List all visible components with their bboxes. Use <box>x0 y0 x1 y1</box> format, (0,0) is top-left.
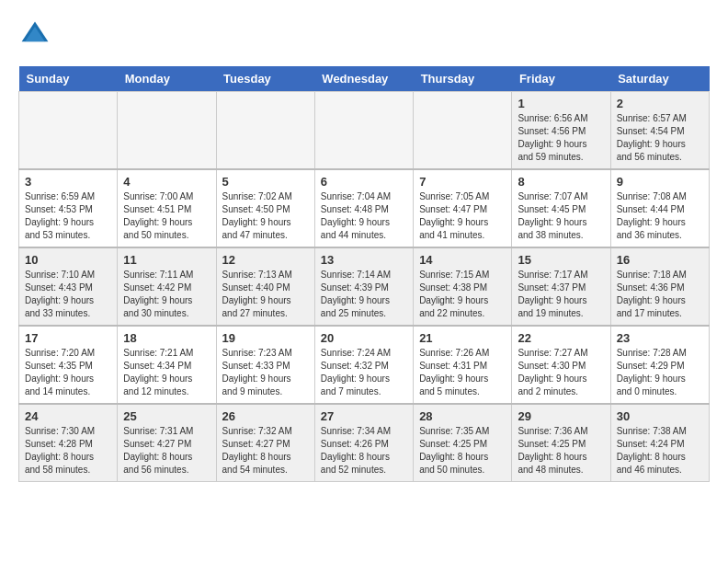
day-info: Sunrise: 6:56 AM Sunset: 4:56 PM Dayligh… <box>518 112 604 164</box>
calendar-cell: 27Sunrise: 7:34 AM Sunset: 4:26 PM Dayli… <box>314 404 413 482</box>
header-thursday: Thursday <box>414 66 512 92</box>
calendar-cell: 20Sunrise: 7:24 AM Sunset: 4:32 PM Dayli… <box>314 326 413 404</box>
calendar-cell: 26Sunrise: 7:32 AM Sunset: 4:27 PM Dayli… <box>216 404 314 482</box>
header-monday: Monday <box>118 66 216 92</box>
day-number: 8 <box>518 175 604 189</box>
day-number: 13 <box>321 253 407 267</box>
calendar-cell: 12Sunrise: 7:13 AM Sunset: 4:40 PM Dayli… <box>216 247 314 326</box>
calendar-cell: 4Sunrise: 7:00 AM Sunset: 4:51 PM Daylig… <box>118 169 216 247</box>
day-number: 9 <box>617 175 703 189</box>
day-number: 19 <box>222 331 309 345</box>
day-info: Sunrise: 7:28 AM Sunset: 4:29 PM Dayligh… <box>617 347 703 398</box>
day-info: Sunrise: 7:35 AM Sunset: 4:25 PM Dayligh… <box>419 425 506 477</box>
calendar-cell: 22Sunrise: 7:27 AM Sunset: 4:30 PM Dayli… <box>512 326 610 404</box>
week-row-1: 1Sunrise: 6:56 AM Sunset: 4:56 PM Daylig… <box>19 92 710 170</box>
calendar-cell: 30Sunrise: 7:38 AM Sunset: 4:24 PM Dayli… <box>610 404 709 482</box>
day-number: 22 <box>518 331 604 345</box>
day-number: 25 <box>123 409 210 423</box>
calendar-cell: 28Sunrise: 7:35 AM Sunset: 4:25 PM Dayli… <box>414 404 512 482</box>
day-number: 21 <box>419 331 506 345</box>
header-friday: Friday <box>512 66 610 92</box>
day-info: Sunrise: 7:38 AM Sunset: 4:24 PM Dayligh… <box>617 425 703 477</box>
calendar-cell: 2Sunrise: 6:57 AM Sunset: 4:54 PM Daylig… <box>610 92 709 170</box>
calendar-cell: 19Sunrise: 7:23 AM Sunset: 4:33 PM Dayli… <box>216 326 314 404</box>
calendar-cell: 29Sunrise: 7:36 AM Sunset: 4:25 PM Dayli… <box>512 404 610 482</box>
day-number: 6 <box>321 175 407 189</box>
day-number: 10 <box>25 253 111 267</box>
calendar-cell <box>314 92 413 170</box>
week-row-3: 10Sunrise: 7:10 AM Sunset: 4:43 PM Dayli… <box>19 247 710 326</box>
week-row-2: 3Sunrise: 6:59 AM Sunset: 4:53 PM Daylig… <box>19 169 710 247</box>
day-number: 1 <box>518 97 604 110</box>
day-info: Sunrise: 7:13 AM Sunset: 4:40 PM Dayligh… <box>222 269 309 320</box>
calendar-cell: 23Sunrise: 7:28 AM Sunset: 4:29 PM Dayli… <box>610 326 709 404</box>
day-info: Sunrise: 7:11 AM Sunset: 4:42 PM Dayligh… <box>123 269 210 320</box>
day-number: 7 <box>419 175 506 189</box>
day-info: Sunrise: 7:23 AM Sunset: 4:33 PM Dayligh… <box>222 347 309 398</box>
calendar-cell: 14Sunrise: 7:15 AM Sunset: 4:38 PM Dayli… <box>414 247 512 326</box>
calendar-cell: 11Sunrise: 7:11 AM Sunset: 4:42 PM Dayli… <box>118 247 216 326</box>
day-number: 24 <box>25 409 111 423</box>
day-number: 11 <box>123 253 210 267</box>
calendar-cell: 9Sunrise: 7:08 AM Sunset: 4:44 PM Daylig… <box>610 169 709 247</box>
day-info: Sunrise: 7:15 AM Sunset: 4:38 PM Dayligh… <box>419 269 506 320</box>
calendar-cell <box>19 92 118 170</box>
day-info: Sunrise: 7:24 AM Sunset: 4:32 PM Dayligh… <box>321 347 407 398</box>
day-info: Sunrise: 7:07 AM Sunset: 4:45 PM Dayligh… <box>518 190 604 242</box>
day-number: 27 <box>321 409 407 423</box>
day-number: 28 <box>419 409 506 423</box>
header-row: SundayMondayTuesdayWednesdayThursdayFrid… <box>19 66 710 92</box>
week-row-5: 24Sunrise: 7:30 AM Sunset: 4:28 PM Dayli… <box>19 404 710 482</box>
day-number: 23 <box>617 331 703 345</box>
day-info: Sunrise: 6:57 AM Sunset: 4:54 PM Dayligh… <box>617 112 703 164</box>
calendar-cell <box>414 92 512 170</box>
day-info: Sunrise: 7:17 AM Sunset: 4:37 PM Dayligh… <box>518 269 604 320</box>
week-row-4: 17Sunrise: 7:20 AM Sunset: 4:35 PM Dayli… <box>19 326 710 404</box>
day-number: 30 <box>617 409 703 423</box>
day-info: Sunrise: 7:05 AM Sunset: 4:47 PM Dayligh… <box>419 190 506 242</box>
day-info: Sunrise: 7:31 AM Sunset: 4:27 PM Dayligh… <box>123 425 210 477</box>
day-number: 2 <box>617 97 703 110</box>
day-info: Sunrise: 7:02 AM Sunset: 4:50 PM Dayligh… <box>222 190 309 242</box>
calendar-cell: 25Sunrise: 7:31 AM Sunset: 4:27 PM Dayli… <box>118 404 216 482</box>
calendar-cell: 16Sunrise: 7:18 AM Sunset: 4:36 PM Dayli… <box>610 247 709 326</box>
calendar-cell: 1Sunrise: 6:56 AM Sunset: 4:56 PM Daylig… <box>512 92 610 170</box>
day-number: 4 <box>123 175 210 189</box>
calendar-cell: 15Sunrise: 7:17 AM Sunset: 4:37 PM Dayli… <box>512 247 610 326</box>
calendar-cell <box>216 92 314 170</box>
day-number: 17 <box>25 331 111 345</box>
day-info: Sunrise: 7:36 AM Sunset: 4:25 PM Dayligh… <box>518 425 604 477</box>
header-sunday: Sunday <box>19 66 118 92</box>
header-saturday: Saturday <box>610 66 709 92</box>
day-number: 5 <box>222 175 309 189</box>
day-info: Sunrise: 7:20 AM Sunset: 4:35 PM Dayligh… <box>25 347 111 398</box>
day-number: 26 <box>222 409 309 423</box>
day-info: Sunrise: 7:14 AM Sunset: 4:39 PM Dayligh… <box>321 269 407 320</box>
day-info: Sunrise: 7:34 AM Sunset: 4:26 PM Dayligh… <box>321 425 407 477</box>
day-number: 18 <box>123 331 210 345</box>
day-info: Sunrise: 7:27 AM Sunset: 4:30 PM Dayligh… <box>518 347 604 398</box>
day-info: Sunrise: 7:08 AM Sunset: 4:44 PM Dayligh… <box>617 190 703 242</box>
logo-icon <box>18 18 51 52</box>
header-tuesday: Tuesday <box>216 66 314 92</box>
day-info: Sunrise: 7:04 AM Sunset: 4:48 PM Dayligh… <box>321 190 407 242</box>
calendar-cell: 8Sunrise: 7:07 AM Sunset: 4:45 PM Daylig… <box>512 169 610 247</box>
day-number: 15 <box>518 253 604 267</box>
day-number: 14 <box>419 253 506 267</box>
header <box>18 18 710 52</box>
calendar-table: SundayMondayTuesdayWednesdayThursdayFrid… <box>18 66 710 482</box>
calendar-cell: 17Sunrise: 7:20 AM Sunset: 4:35 PM Dayli… <box>19 326 118 404</box>
day-info: Sunrise: 7:10 AM Sunset: 4:43 PM Dayligh… <box>25 269 111 320</box>
day-info: Sunrise: 7:32 AM Sunset: 4:27 PM Dayligh… <box>222 425 309 477</box>
calendar-cell: 24Sunrise: 7:30 AM Sunset: 4:28 PM Dayli… <box>19 404 118 482</box>
calendar-cell: 18Sunrise: 7:21 AM Sunset: 4:34 PM Dayli… <box>118 326 216 404</box>
calendar-header: SundayMondayTuesdayWednesdayThursdayFrid… <box>19 66 710 92</box>
calendar-cell: 21Sunrise: 7:26 AM Sunset: 4:31 PM Dayli… <box>414 326 512 404</box>
header-wednesday: Wednesday <box>314 66 413 92</box>
day-info: Sunrise: 7:00 AM Sunset: 4:51 PM Dayligh… <box>123 190 210 242</box>
day-number: 29 <box>518 409 604 423</box>
day-number: 3 <box>25 175 111 189</box>
day-number: 12 <box>222 253 309 267</box>
calendar-cell: 7Sunrise: 7:05 AM Sunset: 4:47 PM Daylig… <box>414 169 512 247</box>
calendar-cell: 13Sunrise: 7:14 AM Sunset: 4:39 PM Dayli… <box>314 247 413 326</box>
